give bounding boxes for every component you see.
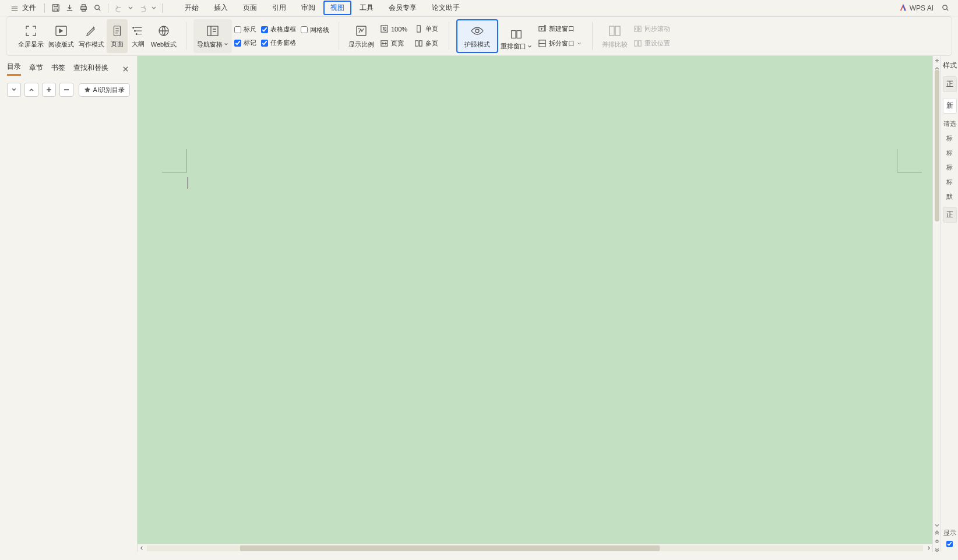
prev-page-icon[interactable] [934,530,940,536]
sync-scroll-button[interactable]: 同步滚动 [630,23,674,35]
reading-mode-button[interactable]: 阅读版式 [46,19,76,53]
vertical-scroll-thumb[interactable] [935,70,939,221]
ribbon-separator [339,22,339,50]
reset-position-button[interactable]: 重设位置 [630,37,674,50]
ruler-checkbox[interactable]: 标尺 [234,25,256,34]
svg-rect-21 [517,31,521,38]
more-dropdown[interactable] [149,5,159,11]
scroll-down-icon[interactable] [934,522,940,527]
styles-show-checkbox[interactable] [946,541,953,547]
svg-point-9 [135,30,136,31]
svg-rect-29 [639,41,642,46]
hscroll-track[interactable] [147,545,923,551]
ruler-toggle-icon[interactable] [934,57,940,63]
style-item-new[interactable]: 新 [943,98,957,114]
menubar-right: WPS AI [899,1,952,15]
style-body-2[interactable]: 正 [943,207,957,223]
nav-expand-icon[interactable] [7,83,21,97]
page-width-button[interactable]: 页宽 [376,37,411,50]
svg-rect-20 [512,31,516,38]
display-zoom-label: 显示比例 [348,40,374,49]
nav-tab-findreplace[interactable]: 查找和替换 [73,63,108,75]
eye-protect-button[interactable]: 护眼模式 [456,19,498,53]
task-pane-checkbox[interactable]: 任务窗格 [261,38,296,47]
svg-point-8 [133,27,134,28]
tab-thesis[interactable]: 论文助手 [425,1,467,15]
svg-rect-14 [381,26,388,32]
styles-pane: 样式 正 新 请选 标 标 标 标 默 正 显示 [941,56,958,552]
menu-separator [108,3,108,13]
tab-insert[interactable]: 插入 [207,1,235,15]
page-view-button[interactable]: 页面 [107,19,128,53]
undo-dropdown[interactable] [126,5,135,11]
tab-review[interactable]: 审阅 [294,1,322,15]
display-zoom-button[interactable]: 显示比例 [346,19,376,53]
outline-view-button[interactable]: 大纲 [128,19,149,53]
hscroll-left-icon[interactable] [138,544,146,552]
ribbon-group-viewmodes: 全屏显示 阅读版式 写作模式 页面 大纲 Web版式 [11,17,184,55]
svg-point-10 [136,33,137,34]
nav-tab-toc[interactable]: 目录 [7,62,21,76]
side-by-side-button[interactable]: 并排比较 [600,19,630,53]
redo-icon[interactable] [135,1,149,15]
nav-ai-toc-button[interactable]: AI识别目录 [79,83,130,97]
svg-point-5 [942,5,947,10]
style-item-body[interactable]: 正 [943,76,957,92]
tab-reference[interactable]: 引用 [265,1,293,15]
file-menu-label: 文件 [22,3,36,13]
nav-tab-chapter[interactable]: 章节 [29,63,43,75]
style-heading-4[interactable]: 标 [946,178,953,186]
svg-rect-25 [615,26,620,36]
browse-object-icon[interactable] [934,538,940,544]
nav-minus-icon[interactable] [59,83,73,97]
nav-tab-bookmark[interactable]: 书签 [51,63,65,75]
document-canvas[interactable] [138,56,941,552]
style-default[interactable]: 默 [946,192,953,201]
nav-plus-icon[interactable] [42,83,56,97]
eye-protect-label: 护眼模式 [464,40,490,49]
tab-view[interactable]: 视图 [323,1,351,15]
file-menu[interactable]: 文件 [6,2,41,14]
tab-member[interactable]: 会员专享 [382,1,424,15]
arrange-window-button[interactable]: 重排窗口 [498,19,534,53]
split-window-button[interactable]: 拆分窗口 [534,37,585,50]
fullscreen-button[interactable]: 全屏显示 [16,19,46,53]
tab-tools[interactable]: 工具 [353,1,381,15]
style-heading-1[interactable]: 标 [946,134,953,143]
writing-mode-button[interactable]: 写作模式 [76,19,107,53]
wps-ai-button[interactable]: WPS AI [899,4,934,12]
page-view-label: 页面 [111,40,124,48]
print-preview-icon[interactable] [90,1,104,15]
hscroll-right-icon[interactable] [924,544,932,552]
save-icon[interactable] [48,1,62,15]
search-icon[interactable] [938,1,952,15]
multi-page-button[interactable]: 多页 [411,37,442,50]
svg-rect-24 [610,26,614,36]
fullscreen-label: 全屏显示 [18,40,44,49]
print-icon[interactable] [76,1,90,15]
tab-start[interactable]: 开始 [178,1,206,15]
style-heading-2[interactable]: 标 [946,149,953,157]
menu-tabs: 开始 插入 页面 引用 审阅 视图 工具 会员专享 论文助手 [178,1,467,15]
hscroll-thumb[interactable] [240,545,660,551]
web-view-button[interactable]: Web版式 [149,19,179,53]
new-window-button[interactable]: 新建窗口 [534,23,585,35]
gridlines-checkbox[interactable]: 网格线 [301,26,329,34]
nav-close-icon[interactable] [121,64,130,73]
nav-collapse-icon[interactable] [24,83,38,97]
svg-rect-28 [635,41,638,46]
next-page-icon[interactable] [934,546,940,552]
page-margin-corner-tr-v [897,149,897,172]
markup-checkbox[interactable]: 标记 [234,38,256,47]
tab-page[interactable]: 页面 [236,1,264,15]
table-border-checkbox[interactable]: 表格虚框 [261,25,296,34]
export-icon[interactable] [62,1,76,15]
nav-tools: AI识别目录 [0,78,137,101]
style-heading-3[interactable]: 标 [946,163,953,172]
nav-pane-button[interactable]: 导航窗格 [193,19,232,53]
zoom-100-button[interactable]: 100% [376,23,411,35]
nav-tabs: 目录 章节 书签 查找和替换 [0,56,137,78]
undo-icon[interactable] [112,1,126,15]
vertical-scrollbar[interactable] [935,70,941,517]
single-page-button[interactable]: 单页 [411,23,442,35]
